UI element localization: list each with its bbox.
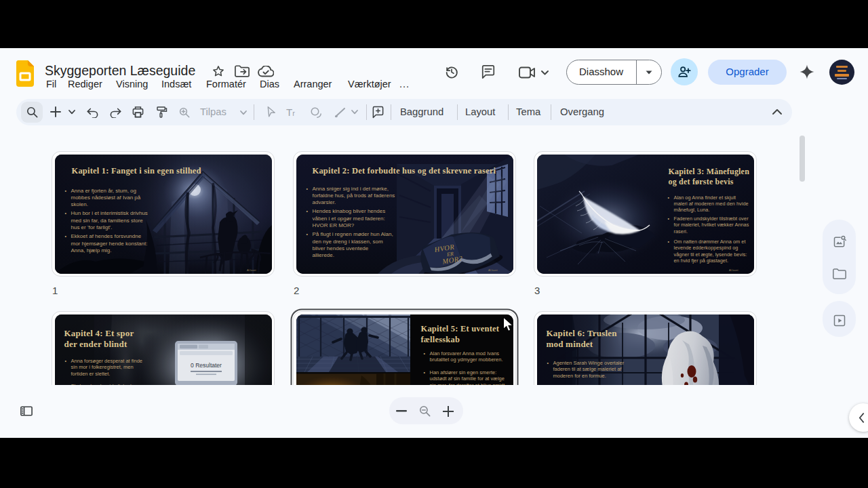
- svg-text:AI-lavet: AI-lavet: [488, 268, 498, 272]
- svg-text:AI-lavet: AI-lavet: [247, 268, 256, 272]
- svg-text:AI-lavet: AI-lavet: [729, 268, 738, 272]
